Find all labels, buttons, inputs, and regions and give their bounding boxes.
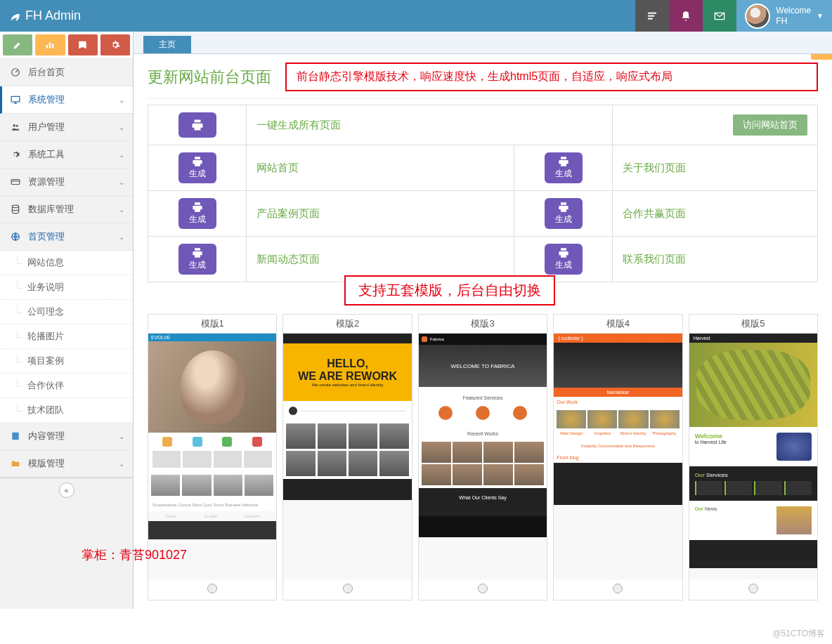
sidebar-item-templates[interactable]: 模版管理 ⌄	[0, 450, 133, 478]
template-radio-1[interactable]	[207, 584, 217, 593]
brand-label: FH Admin	[25, 8, 81, 23]
tool-edit[interactable]	[3, 34, 32, 55]
collapse-button[interactable]: «	[59, 482, 74, 498]
row-label: 产品案例页面	[256, 207, 320, 219]
table-row: 一键生成所有页面 访问网站首页	[148, 105, 818, 145]
avatar	[745, 4, 770, 29]
printer-icon	[192, 202, 203, 213]
svg-rect-1	[648, 15, 654, 16]
chevron-down-icon: ⌄	[119, 151, 124, 159]
generate-button[interactable]: 生成	[178, 244, 216, 275]
printer-icon	[192, 156, 203, 167]
monitor-icon	[8, 95, 22, 105]
navbar-right: Welcome FH ▼	[635, 0, 832, 32]
row-label: 一键生成所有页面	[256, 119, 341, 131]
tool-settings[interactable]	[100, 34, 130, 55]
template-thumbnail: Fabrica WELCOME TO FABRICA Featured Serv…	[419, 334, 547, 579]
nav-notifications-button[interactable]	[669, 0, 703, 32]
sidebar-item-content[interactable]: 内容管理 ⌄	[0, 423, 133, 450]
sidebar-sub-homepage: 网站信息 业务说明 公司理念 轮播图片 项目案例 合作伙伴 技术团队	[0, 251, 133, 423]
globe-icon	[8, 232, 22, 242]
sidebar-item-homepage[interactable]: 首页管理 ⌄	[0, 223, 133, 251]
svg-rect-5	[52, 44, 53, 48]
chevron-down-icon: ⌄	[119, 433, 124, 440]
user-menu[interactable]: Welcome FH ▼	[736, 0, 832, 32]
row-label: 新闻动态页面	[256, 253, 320, 265]
generate-all-button[interactable]	[178, 112, 216, 138]
template-thumbnail: HELLO,WE ARE REWORKWe create websites an…	[283, 334, 411, 579]
watermark: 掌柜：青苔901027	[82, 546, 187, 563]
sidebar-label: 资源管理	[28, 176, 65, 188]
template-radio-3[interactable]	[478, 584, 488, 593]
card-icon	[8, 177, 22, 187]
folder-icon	[8, 459, 22, 468]
sidebar-item-system[interactable]: 系统管理 ⌄	[0, 86, 133, 114]
sidebar-tools	[0, 32, 133, 59]
template-radio-4[interactable]	[613, 584, 623, 593]
chevron-down-icon: ⌄	[119, 96, 124, 104]
sidebar-menu: 后台首页 系统管理 ⌄ 用户管理 ⌄ 系统工具 ⌄ 资源管理 ⌄	[0, 59, 133, 478]
generate-table: 一键生成所有页面 访问网站首页 生成 网站首页 生成 关于我们页面 生成 产品案…	[148, 105, 818, 282]
pencil-icon	[13, 40, 22, 50]
page-title: 更新网站前台页面	[148, 67, 271, 88]
generate-button[interactable]: 生成	[545, 198, 583, 229]
sidebar-item-dashboard[interactable]: 后台首页	[0, 59, 133, 86]
sidebar-item-users[interactable]: 用户管理 ⌄	[0, 114, 133, 141]
tool-stats[interactable]	[35, 34, 65, 55]
sub-item-siteinfo[interactable]: 网站信息	[0, 251, 133, 275]
chevron-down-icon: ⌄	[119, 233, 124, 241]
sidebar-label: 用户管理	[28, 121, 65, 133]
leaf-icon	[8, 10, 21, 22]
sidebar-item-resources[interactable]: 资源管理 ⌄	[0, 169, 133, 196]
sub-item-philosophy[interactable]: 公司理念	[0, 300, 133, 324]
template-card-4[interactable]: 模版4 { codester } Namaskar Our Work Web D…	[553, 314, 682, 600]
sub-item-business[interactable]: 业务说明	[0, 275, 133, 300]
nav-tasks-button[interactable]	[635, 0, 669, 32]
row-label: 网站首页	[256, 162, 299, 173]
gear-icon	[110, 40, 120, 50]
generate-button[interactable]: 生成	[545, 244, 583, 275]
printer-icon	[191, 119, 204, 131]
chevron-down-icon: ▼	[817, 12, 824, 20]
chevron-down-icon: ⌄	[119, 206, 124, 213]
content: 主页 更新网站前台页面 前台静态引擎模版技术，响应速度快，生成html5页面，自…	[134, 32, 832, 609]
generate-button[interactable]: 生成	[545, 152, 583, 183]
sub-item-cases[interactable]: 项目案例	[0, 349, 133, 374]
sub-item-team[interactable]: 技术团队	[0, 398, 133, 423]
sidebar-label: 模版管理	[28, 457, 65, 470]
sub-item-partners[interactable]: 合作伙伴	[0, 374, 133, 398]
sub-item-carousel[interactable]: 轮播图片	[0, 324, 133, 349]
template-card-5[interactable]: 模版5 Harvest Welcometo Harvest Life Our O…	[689, 314, 818, 600]
dashboard-icon	[8, 67, 22, 77]
template-radio-2[interactable]	[343, 584, 353, 593]
sidebar-item-tools[interactable]: 系统工具 ⌄	[0, 141, 133, 169]
template-title: 模版4	[554, 315, 682, 334]
username-label: FH	[776, 16, 811, 26]
sidebar-item-database[interactable]: 数据库管理 ⌄	[0, 196, 133, 223]
sidebar-label: 内容管理	[28, 430, 65, 442]
main-area: 更新网站前台页面 前台静态引擎模版技术，响应速度快，生成html5页面，自适应，…	[134, 54, 832, 609]
template-thumbnail: Harvest Welcometo Harvest Life Our Our S…	[689, 334, 817, 579]
template-card-2[interactable]: 模版2 HELLO,WE ARE REWORKWe create website…	[282, 314, 412, 600]
template-card-3[interactable]: 模版3 Fabrica WELCOME TO FABRICA Featured …	[418, 314, 547, 600]
chevron-down-icon: ⌄	[119, 178, 124, 186]
row-label: 联系我们页面	[623, 253, 686, 265]
sidebar-collapse: «	[0, 478, 133, 502]
generate-button[interactable]: 生成	[178, 152, 216, 183]
table-row: 生成 产品案例页面 生成 合作共赢页面	[148, 191, 818, 237]
nav-messages-button[interactable]	[703, 0, 736, 32]
printer-icon	[558, 156, 569, 167]
book-icon	[78, 40, 88, 50]
tab-home[interactable]: 主页	[143, 36, 191, 53]
sidebar-label: 系统管理	[28, 93, 65, 106]
bell-icon	[680, 11, 691, 22]
template-radio-5[interactable]	[748, 584, 758, 593]
svg-rect-3	[46, 45, 48, 48]
visit-site-button[interactable]: 访问网站首页	[733, 114, 807, 136]
brand[interactable]: FH Admin	[0, 8, 81, 23]
generate-button[interactable]: 生成	[178, 198, 216, 229]
sidebar-label: 系统工具	[28, 148, 65, 161]
chevron-left-icon: «	[65, 487, 69, 494]
tabs-bar: 主页	[134, 32, 832, 54]
tool-book[interactable]	[68, 34, 98, 55]
